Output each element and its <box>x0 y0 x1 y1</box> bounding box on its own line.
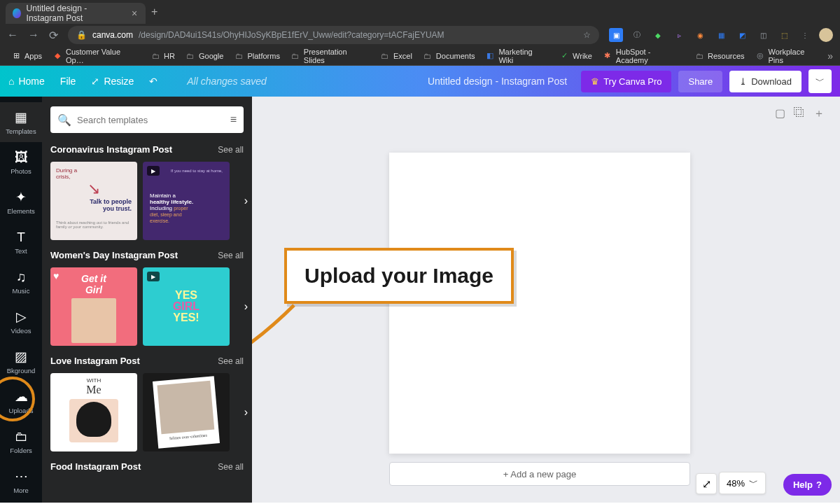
video-badge-icon: ▶ <box>147 272 160 281</box>
bookmark-item[interactable]: ✓Wrike <box>555 49 596 63</box>
ext-icon[interactable]: ◆ <box>651 28 665 42</box>
canvas-tools: ▢ ⿻ ＋ <box>775 106 825 121</box>
browser-tab[interactable]: Untitled design - Instagram Post × <box>6 3 146 24</box>
rail-elements[interactable]: ✦Elements <box>0 182 42 222</box>
url-domain: canva.com <box>92 30 133 40</box>
see-all-link[interactable]: See all <box>218 356 244 366</box>
category-title: Coronavirus Instagram Post <box>50 144 172 155</box>
rail-folders[interactable]: 🗀Folders <box>0 421 42 461</box>
bookmarks-overflow[interactable]: » <box>827 50 833 62</box>
star-icon[interactable]: ☆ <box>583 30 591 40</box>
bookmark-folder[interactable]: 🗀HR <box>146 49 179 63</box>
bookmark-folder[interactable]: 🗀Platforms <box>230 49 284 63</box>
folder-icon: 🗀 <box>234 51 244 61</box>
avatar[interactable] <box>819 28 833 42</box>
reload-icon[interactable]: ⟳ <box>49 29 58 42</box>
search-templates[interactable]: 🔍 ≡ <box>50 106 244 133</box>
download-dropdown[interactable]: ﹀ <box>808 69 832 93</box>
ext-icon[interactable]: ◩ <box>735 28 749 42</box>
bookmark-item[interactable]: ✱HubSpot - Academy <box>598 46 688 66</box>
notes-icon[interactable]: ▢ <box>775 106 785 121</box>
next-templates-icon[interactable]: › <box>244 406 248 419</box>
template-thumb[interactable]: felines over valentines <box>143 373 230 451</box>
folder-icon: 🗀 <box>694 51 704 61</box>
resize-button[interactable]: ⤢Resize <box>91 76 134 87</box>
folder-icon: 🗀 <box>380 51 390 61</box>
site-icon: ◆ <box>52 51 62 61</box>
ext-icon[interactable]: ▹ <box>672 28 686 42</box>
try-pro-button[interactable]: ♛Try Canva Pro <box>581 71 671 92</box>
file-menu[interactable]: File <box>60 76 76 87</box>
template-thumb[interactable]: ▶ YESGIRLYES! <box>143 267 230 346</box>
bookmarks-bar: ⊞Apps ◆Customer Value Op… 🗀HR 🗀Google 🗀P… <box>0 46 840 66</box>
chevron-down-icon: ﹀ <box>816 75 825 88</box>
fullscreen-toggle[interactable]: ⤢ <box>696 473 717 494</box>
search-icon: 🔍 <box>57 113 71 127</box>
see-all-link[interactable]: See all <box>218 145 244 155</box>
app-toolbar: ⌂Home File ⤢Resize ↶ All changes saved U… <box>0 66 840 97</box>
ext-icon[interactable]: ⓘ <box>630 28 644 42</box>
undo-button[interactable]: ↶ <box>149 76 158 87</box>
ext-icon[interactable]: ⋮ <box>798 28 812 42</box>
add-new-page-button[interactable]: + Add a new page <box>389 462 690 486</box>
bookmark-folder[interactable]: 🗀Documents <box>419 49 479 63</box>
rail-videos[interactable]: ▷Videos <box>0 302 42 342</box>
main-area: ▦Templates 🖼Photos ✦Elements TText ♫Musi… <box>0 97 840 503</box>
canvas-area: ▢ ⿻ ＋ + Add a new page Upload your Image… <box>252 97 840 503</box>
help-icon: ? <box>816 479 822 490</box>
folder-icon: 🗀 <box>150 51 160 61</box>
template-thumb[interactable]: WITH Me ♥ <box>50 373 137 451</box>
rail-bkground[interactable]: ▨Bkground <box>0 342 42 382</box>
ext-icon[interactable]: ⬚ <box>777 28 791 42</box>
bookmark-folder[interactable]: 🗀Google <box>181 49 227 63</box>
category-title: Women's Day Instagram Post <box>50 250 178 260</box>
rail-music[interactable]: ♫Music <box>0 262 42 302</box>
ext-icon[interactable]: ◫ <box>756 28 770 42</box>
bookmark-folder[interactable]: 🗀Presentation Slides <box>286 46 374 66</box>
bookmark-item[interactable]: ◧Marketing Wiki <box>482 46 554 66</box>
ext-icon[interactable]: ▦ <box>714 28 728 42</box>
templates-panel: 🔍 ≡ Coronavirus Instagram PostSee all Du… <box>42 97 252 503</box>
forward-icon[interactable]: → <box>28 29 39 41</box>
bookmark-folder[interactable]: 🗀Excel <box>376 49 416 63</box>
ext-icon[interactable]: ▣ <box>609 28 623 42</box>
arrow-icon: ↘ <box>56 180 132 198</box>
download-button[interactable]: ⤓Download <box>729 71 802 92</box>
bookmark-item[interactable]: ◆Customer Value Op… <box>48 46 144 66</box>
see-all-link[interactable]: See all <box>218 462 244 472</box>
back-icon[interactable]: ← <box>7 29 18 41</box>
site-icon: ✱ <box>603 51 612 61</box>
close-tab-icon[interactable]: × <box>130 8 139 18</box>
rail-text[interactable]: TText <box>0 222 42 262</box>
folder-icon: 🗀 <box>186 51 195 61</box>
apps-icon: ⊞ <box>11 51 21 61</box>
bookmark-item[interactable]: ◎Workplace Pins <box>751 46 826 66</box>
template-thumb[interactable]: ♥ Get itGirl <box>50 267 137 346</box>
rail-photos[interactable]: 🖼Photos <box>0 142 42 182</box>
help-button[interactable]: Help? <box>783 474 832 496</box>
url-field[interactable]: 🔒 canva.com/design/DAD4ui1S41s/OhyHIJoSy… <box>68 26 599 44</box>
duplicate-page-icon[interactable]: ⿻ <box>794 106 805 121</box>
apps-button[interactable]: ⊞Apps <box>7 49 46 63</box>
search-input[interactable] <box>77 115 230 125</box>
new-tab-button[interactable]: + <box>151 6 158 18</box>
next-templates-icon[interactable]: › <box>244 300 248 313</box>
tool-rail: ▦Templates 🖼Photos ✦Elements TText ♫Musi… <box>0 97 42 503</box>
next-templates-icon[interactable]: › <box>244 195 248 207</box>
zoom-control[interactable]: 48%﹀ <box>719 472 766 494</box>
template-thumb[interactable]: During acrisis, ↘ Talk to peopleyou trus… <box>50 162 137 240</box>
home-button[interactable]: ⌂Home <box>8 76 45 87</box>
filter-icon[interactable]: ≡ <box>230 113 237 126</box>
rail-uploads[interactable]: ☁Uploads <box>0 382 42 421</box>
document-title[interactable]: Untitled design - Instagram Post <box>428 76 567 87</box>
template-thumb[interactable]: ▶ If you need to stay at home, Maintain … <box>143 162 230 240</box>
rail-more[interactable]: ⋯More <box>0 461 42 501</box>
url-path: /design/DAD4ui1S41s/OhyHIJoSyKBpE1fErV_U… <box>139 30 444 40</box>
ext-icon[interactable]: ◉ <box>693 28 707 42</box>
bookmark-folder[interactable]: 🗀Resources <box>690 49 749 63</box>
music-icon: ♫ <box>16 270 26 285</box>
see-all-link[interactable]: See all <box>218 251 244 260</box>
share-button[interactable]: Share <box>678 71 722 92</box>
rail-templates[interactable]: ▦Templates <box>0 102 42 142</box>
add-page-icon[interactable]: ＋ <box>813 106 825 121</box>
